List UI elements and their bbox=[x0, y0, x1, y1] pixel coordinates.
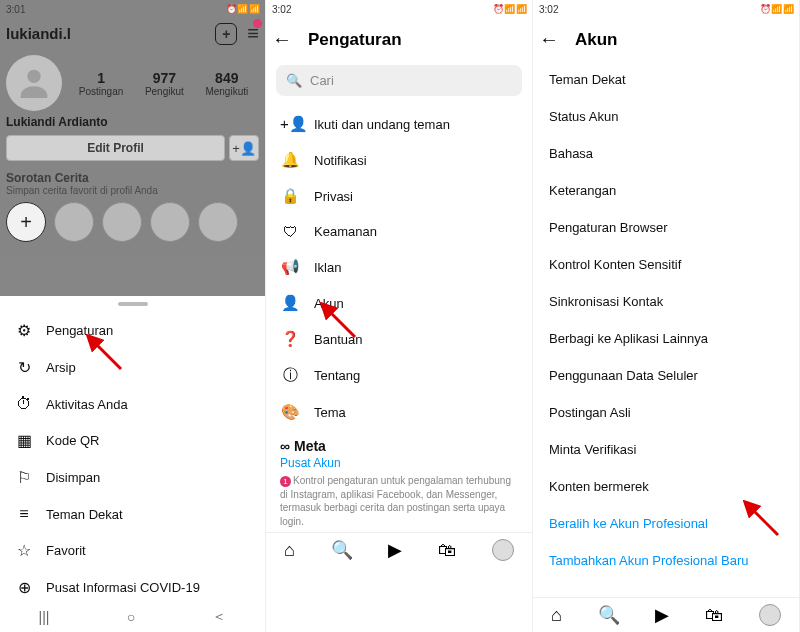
account-item[interactable]: Teman Dekat bbox=[533, 61, 799, 98]
archive-icon: ↻ bbox=[14, 358, 34, 377]
settings-item-ads[interactable]: 📢Iklan bbox=[266, 249, 532, 285]
account-item[interactable]: Pengaturan Browser bbox=[533, 209, 799, 246]
gear-icon: ⚙ bbox=[14, 321, 34, 340]
settings-item-account[interactable]: 👤Akun bbox=[266, 285, 532, 321]
nav-shop-icon[interactable]: 🛍 bbox=[705, 605, 723, 626]
activity-icon: ⏱ bbox=[14, 395, 34, 413]
info-icon: ⓘ bbox=[280, 366, 300, 385]
clock: 3:02 bbox=[539, 4, 558, 15]
account-settings-screen: 3:02 ⏰ 📶 📶 ← Akun Teman Dekat Status Aku… bbox=[533, 0, 800, 632]
menu-item-activity[interactable]: ⏱Aktivitas Anda bbox=[0, 386, 265, 422]
home-button[interactable]: ○ bbox=[127, 609, 135, 625]
username[interactable]: lukiandi.l bbox=[6, 25, 215, 42]
nav-home-icon[interactable]: ⌂ bbox=[284, 540, 295, 561]
account-item[interactable]: Bahasa bbox=[533, 135, 799, 172]
profile-screen: 3:01 ⏰ 📶 📶 lukiandi.l + ≡ 1Postingan 977… bbox=[0, 0, 266, 632]
highlight-add-button[interactable]: + bbox=[6, 202, 46, 242]
account-item[interactable]: Penggunaan Data Seluler bbox=[533, 357, 799, 394]
highlight-placeholder bbox=[102, 202, 142, 242]
menu-item-qr[interactable]: ▦Kode QR bbox=[0, 422, 265, 459]
list-icon: ≡ bbox=[14, 505, 34, 523]
settings-item-invite[interactable]: +👤Ikuti dan undang teman bbox=[266, 106, 532, 142]
profile-avatar[interactable] bbox=[6, 55, 62, 111]
account-item[interactable]: Postingan Asli bbox=[533, 394, 799, 431]
star-icon: ☆ bbox=[14, 541, 34, 560]
followers-stat[interactable]: 977Pengikut bbox=[145, 70, 184, 97]
nav-profile-avatar[interactable] bbox=[759, 604, 781, 626]
account-item[interactable]: Kontrol Konten Sensitif bbox=[533, 246, 799, 283]
sheet-drag-handle[interactable] bbox=[118, 302, 148, 306]
meta-description: 1Kontrol pengaturan untuk pengalaman ter… bbox=[280, 474, 518, 528]
overlay-dim: 3:01 ⏰ 📶 📶 lukiandi.l + ≡ 1Postingan 977… bbox=[0, 0, 265, 296]
settings-item-help[interactable]: ❓Bantuan bbox=[266, 321, 532, 357]
status-bar: 3:02 ⏰ 📶 📶 bbox=[533, 0, 799, 18]
nav-profile-avatar[interactable] bbox=[492, 539, 514, 561]
account-item[interactable]: Konten bermerek bbox=[533, 468, 799, 505]
posts-stat[interactable]: 1Postingan bbox=[79, 70, 123, 97]
meta-brand: ∞Meta bbox=[280, 438, 518, 454]
settings-item-theme[interactable]: 🎨Tema bbox=[266, 394, 532, 430]
following-stat[interactable]: 849Mengikuti bbox=[205, 70, 248, 97]
back-button[interactable]: ← bbox=[272, 28, 292, 51]
hamburger-menu-button[interactable]: ≡ bbox=[247, 22, 259, 45]
highlight-placeholder bbox=[198, 202, 238, 242]
menu-item-close-friends[interactable]: ≡Teman Dekat bbox=[0, 496, 265, 532]
search-input[interactable]: 🔍 Cari bbox=[276, 65, 522, 96]
nav-reels-icon[interactable]: ▶ bbox=[388, 539, 402, 561]
app-bottom-nav: ⌂ 🔍 ▶ 🛍 bbox=[266, 532, 532, 567]
accounts-center-link[interactable]: Pusat Akun bbox=[280, 454, 518, 474]
add-professional-link[interactable]: Tambahkan Akun Profesional Baru bbox=[533, 542, 799, 579]
edit-profile-button[interactable]: Edit Profil bbox=[6, 135, 225, 161]
page-title: Akun bbox=[575, 30, 618, 50]
status-icons: ⏰ 📶 📶 bbox=[226, 4, 259, 14]
highlight-placeholder bbox=[54, 202, 94, 242]
bell-icon: 🔔 bbox=[280, 151, 300, 169]
account-item[interactable]: Sinkronisasi Kontak bbox=[533, 283, 799, 320]
app-bottom-nav: ⌂ 🔍 ▶ 🛍 bbox=[533, 597, 799, 632]
back-button[interactable]: ＜ bbox=[212, 608, 226, 626]
svg-point-0 bbox=[27, 70, 40, 83]
saved-icon: ⚐ bbox=[14, 468, 34, 487]
account-item[interactable]: Minta Verifikasi bbox=[533, 431, 799, 468]
lock-icon: 🔒 bbox=[280, 187, 300, 205]
settings-item-privacy[interactable]: 🔒Privasi bbox=[266, 178, 532, 214]
menu-item-settings[interactable]: ⚙Pengaturan bbox=[0, 312, 265, 349]
status-icons: ⏰ 📶 📶 bbox=[493, 4, 526, 14]
page-title: Pengaturan bbox=[308, 30, 402, 50]
menu-item-archive[interactable]: ↻Arsip bbox=[0, 349, 265, 386]
add-post-button[interactable]: + bbox=[215, 23, 237, 45]
notification-dot bbox=[253, 19, 262, 28]
qr-icon: ▦ bbox=[14, 431, 34, 450]
account-item[interactable]: Keterangan bbox=[533, 172, 799, 209]
shield-icon: 🛡 bbox=[280, 223, 300, 240]
recent-apps-button[interactable]: ||| bbox=[39, 609, 50, 625]
highlights-subtitle: Simpan cerita favorit di profil Anda bbox=[0, 185, 265, 202]
nav-shop-icon[interactable]: 🛍 bbox=[438, 540, 456, 561]
step-badge: 1 bbox=[280, 476, 291, 487]
settings-screen: 3:02 ⏰ 📶 📶 ← Pengaturan 🔍 Cari +👤Ikuti d… bbox=[266, 0, 533, 632]
nav-search-icon[interactable]: 🔍 bbox=[598, 604, 620, 626]
bottom-sheet-menu: ⚙Pengaturan ↻Arsip ⏱Aktivitas Anda ▦Kode… bbox=[0, 312, 265, 606]
settings-item-notifications[interactable]: 🔔Notifikasi bbox=[266, 142, 532, 178]
menu-item-covid[interactable]: ⊕Pusat Informasi COVID-19 bbox=[0, 569, 265, 606]
account-item[interactable]: Status Akun bbox=[533, 98, 799, 135]
discover-people-button[interactable]: +👤 bbox=[229, 135, 259, 161]
menu-item-saved[interactable]: ⚐Disimpan bbox=[0, 459, 265, 496]
palette-icon: 🎨 bbox=[280, 403, 300, 421]
settings-item-security[interactable]: 🛡Keamanan bbox=[266, 214, 532, 249]
account-item[interactable]: Berbagi ke Aplikasi Lainnya bbox=[533, 320, 799, 357]
status-icons: ⏰ 📶 📶 bbox=[760, 4, 793, 14]
settings-item-about[interactable]: ⓘTentang bbox=[266, 357, 532, 394]
system-nav-bar: ||| ○ ＜ bbox=[0, 602, 265, 632]
nav-reels-icon[interactable]: ▶ bbox=[655, 604, 669, 626]
profile-header: lukiandi.l + ≡ bbox=[0, 18, 265, 49]
switch-professional-link[interactable]: Beralih ke Akun Profesional bbox=[533, 505, 799, 542]
meta-logo-icon: ∞ bbox=[280, 438, 290, 454]
back-button[interactable]: ← bbox=[539, 28, 559, 51]
display-name: Lukiandi Ardianto bbox=[0, 113, 265, 135]
nav-home-icon[interactable]: ⌂ bbox=[551, 605, 562, 626]
menu-item-favorite[interactable]: ☆Favorit bbox=[0, 532, 265, 569]
nav-search-icon[interactable]: 🔍 bbox=[331, 539, 353, 561]
status-bar: 3:02 ⏰ 📶 📶 bbox=[266, 0, 532, 18]
search-icon: 🔍 bbox=[286, 73, 302, 88]
